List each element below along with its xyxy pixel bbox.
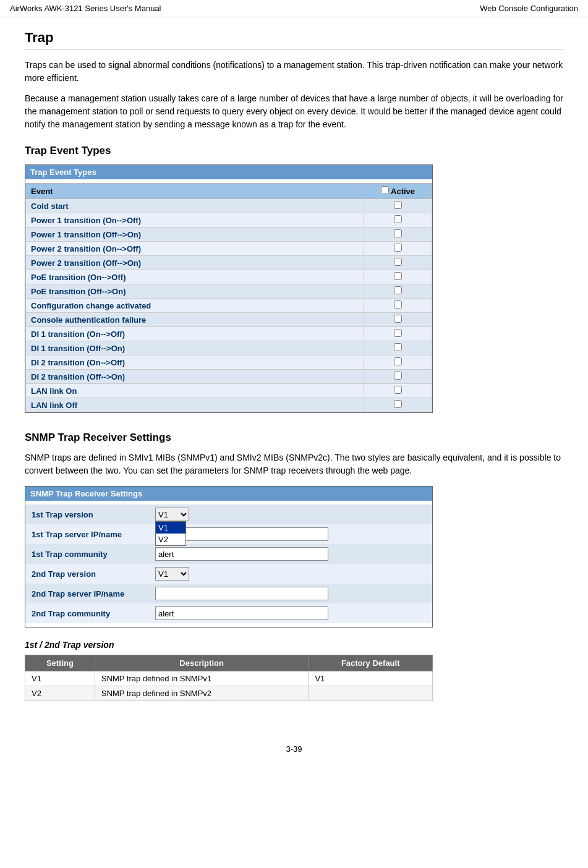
page-number: 3-39	[0, 744, 588, 766]
factory-table-cell	[309, 686, 433, 701]
snmp-version-select[interactable]: V1V2	[155, 508, 189, 521]
factory-table-col-header: Description	[95, 655, 309, 671]
trap-event-checkbox[interactable]	[394, 286, 402, 294]
snmp-field-value	[149, 544, 432, 564]
trap-event-checkbox[interactable]	[394, 386, 402, 394]
trap-event-name: DI 2 transition (Off-->On)	[26, 370, 364, 384]
dropdown-option[interactable]: V1	[156, 522, 185, 534]
trap-event-name: Cold start	[26, 199, 364, 213]
trap-event-checkbox-cell	[364, 370, 432, 384]
trap-event-name: Power 1 transition (Off-->On)	[26, 228, 364, 242]
trap-event-checkbox-cell	[364, 327, 432, 341]
trap-event-checkbox[interactable]	[394, 272, 402, 280]
factory-table-caption: 1st / 2nd Trap version	[25, 640, 563, 650]
trap-event-checkbox[interactable]	[394, 201, 402, 209]
factory-table-col-header: Setting	[25, 655, 95, 671]
col-active: Active	[364, 184, 432, 199]
factory-table-col-header: Factory Default	[309, 655, 433, 671]
trap-event-checkbox-cell	[364, 341, 432, 355]
factory-table-cell: SNMP trap defined in SNMPv1	[95, 671, 309, 686]
trap-event-checkbox[interactable]	[394, 343, 402, 351]
trap-event-checkbox-cell	[364, 228, 432, 242]
snmp-field-label: 1st Trap server IP/name	[25, 524, 149, 544]
trap-event-checkbox[interactable]	[394, 300, 402, 308]
trap-event-checkbox-cell	[364, 256, 432, 270]
snmp-text-input[interactable]	[155, 587, 328, 600]
factory-table-section: 1st / 2nd Trap version SettingDescriptio…	[25, 640, 563, 701]
trap-event-name: PoE transition (Off-->On)	[26, 284, 364, 299]
page-title: Trap	[25, 30, 563, 50]
factory-table: SettingDescriptionFactory Default V1SNMP…	[25, 655, 433, 701]
trap-event-checkbox-cell	[364, 384, 432, 398]
col-event: Event	[26, 184, 364, 199]
factory-table-cell: V1	[309, 671, 433, 686]
trap-event-checkbox[interactable]	[394, 329, 402, 337]
trap-event-checkbox-cell	[364, 213, 432, 228]
trap-event-box: Trap Event Types Event Active Cold start…	[25, 164, 433, 413]
version-dropdown-popup: V1V2	[155, 521, 186, 546]
trap-event-checkbox-cell	[364, 299, 432, 313]
trap-event-checkbox[interactable]	[394, 258, 402, 266]
header-right: Web Console Configuration	[480, 4, 578, 13]
trap-event-checkbox[interactable]	[394, 357, 402, 365]
snmp-field-value	[149, 524, 432, 544]
main-content: Trap Traps can be used to signal abnorma…	[0, 23, 588, 726]
trap-event-name: Power 1 transition (On-->Off)	[26, 213, 364, 228]
trap-event-name: DI 1 transition (On-->Off)	[26, 327, 364, 341]
trap-event-name: Power 2 transition (Off-->On)	[26, 256, 364, 270]
snmp-field-label: 1st Trap version	[25, 504, 149, 524]
snmp-field-label: 1st Trap community	[25, 544, 149, 564]
trap-event-name: LAN link On	[26, 384, 364, 398]
trap-event-name: DI 2 transition (On-->Off)	[26, 355, 364, 370]
snmp-description: SNMP traps are defined in SMIv1 MIBs (SN…	[25, 451, 563, 477]
snmp-text-input[interactable]	[155, 606, 328, 620]
trap-event-checkbox-cell	[364, 398, 432, 412]
trap-event-checkbox-cell	[364, 284, 432, 299]
snmp-version-select[interactable]: V1V2	[155, 567, 189, 581]
page-header: AirWorks AWK-3121 Series User's Manual W…	[0, 0, 588, 17]
snmp-field-value	[149, 603, 432, 623]
trap-event-checkbox[interactable]	[394, 315, 402, 323]
intro-para-2: Because a management station usually tak…	[25, 92, 563, 131]
dropdown-option[interactable]: V2	[156, 534, 185, 545]
active-header-checkbox[interactable]	[381, 186, 389, 194]
trap-event-table: Event Active Cold startPower 1 transitio…	[25, 183, 432, 412]
snmp-section-heading: SNMP Trap Receiver Settings	[25, 432, 563, 444]
trap-event-checkbox[interactable]	[394, 372, 402, 380]
snmp-receiver-box: SNMP Trap Receiver Settings 1st Trap ver…	[25, 486, 433, 628]
snmp-field-label: 2nd Trap community	[25, 603, 149, 623]
trap-event-checkbox-cell	[364, 270, 432, 284]
header-left: AirWorks AWK-3121 Series User's Manual	[10, 4, 161, 13]
trap-event-checkbox-cell	[364, 242, 432, 256]
snmp-field-label: 2nd Trap version	[25, 564, 149, 584]
trap-event-checkbox[interactable]	[394, 400, 402, 408]
snmp-field-value	[149, 584, 432, 603]
trap-event-name: Configuration change activated	[26, 299, 364, 313]
trap-event-checkbox[interactable]	[394, 244, 402, 252]
trap-event-checkbox-cell	[364, 199, 432, 213]
snmp-text-input[interactable]	[155, 547, 328, 561]
factory-table-cell: SNMP trap defined in SNMPv2	[95, 686, 309, 701]
trap-event-name: Power 2 transition (On-->Off)	[26, 242, 364, 256]
factory-table-cell: V1	[25, 671, 95, 686]
trap-event-name: PoE transition (On-->Off)	[26, 270, 364, 284]
trap-event-checkbox[interactable]	[394, 229, 402, 237]
trap-event-name: DI 1 transition (Off-->On)	[26, 341, 364, 355]
trap-event-heading: Trap Event Types	[25, 145, 563, 157]
snmp-field-value: V1V2	[149, 564, 432, 584]
snmp-form-table: 1st Trap versionV1V2V1V21st Trap server …	[25, 504, 432, 623]
trap-event-checkbox[interactable]	[394, 215, 402, 223]
snmp-box-title: SNMP Trap Receiver Settings	[25, 487, 432, 501]
trap-event-box-title: Trap Event Types	[25, 165, 432, 179]
factory-table-cell: V2	[25, 686, 95, 701]
trap-event-name: Console authentication failure	[26, 313, 364, 327]
trap-event-checkbox-cell	[364, 355, 432, 370]
trap-event-checkbox-cell	[364, 313, 432, 327]
snmp-field-label: 2nd Trap server IP/name	[25, 584, 149, 603]
snmp-field-value: V1V2V1V2	[149, 504, 432, 524]
trap-event-name: LAN link Off	[26, 398, 364, 412]
intro-para-1: Traps can be used to signal abnormal con…	[25, 59, 563, 85]
